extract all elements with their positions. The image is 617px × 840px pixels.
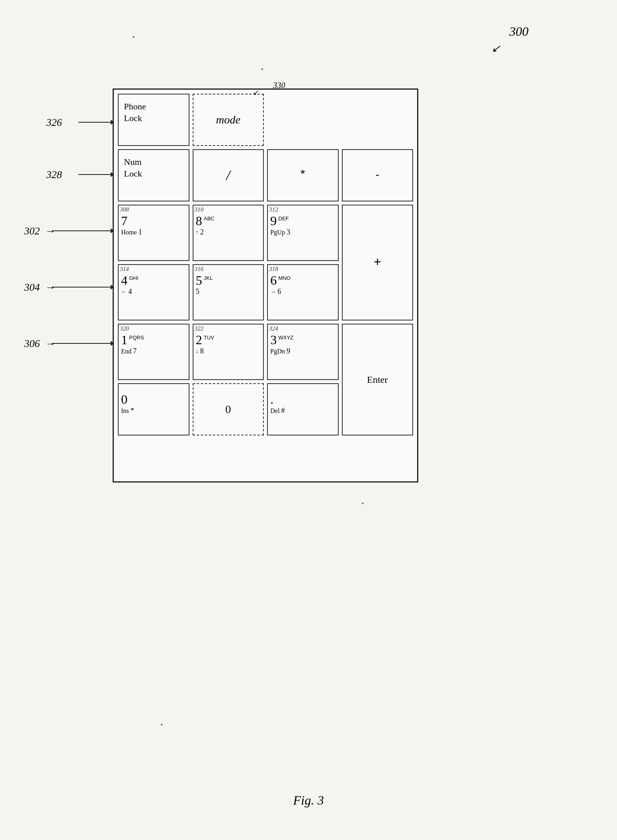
key-1-top: 1 PQRS bbox=[121, 333, 186, 346]
key-8-top: 8 ABC bbox=[196, 214, 261, 227]
key-7[interactable]: 308 7 Home 1 bbox=[118, 205, 189, 261]
empty-r1c3 bbox=[267, 94, 339, 146]
key-1[interactable]: 320 1 PQRS End 7 bbox=[118, 324, 189, 380]
key-0-mid-label: 0 bbox=[225, 403, 231, 416]
key-0-mid[interactable]: 0 bbox=[193, 383, 264, 435]
key-7-bottom: Home 1 bbox=[121, 228, 142, 236]
key-4-ref: 314 bbox=[120, 266, 129, 273]
key-1-ref: 320 bbox=[120, 325, 129, 332]
key-plus[interactable]: + bbox=[342, 205, 413, 320]
key-enter-label: Enter bbox=[367, 374, 388, 385]
key-8-ref: 310 bbox=[195, 206, 204, 213]
key-2[interactable]: 322 2 TUV ↓ 8 bbox=[193, 324, 264, 380]
key-minus[interactable]: - bbox=[342, 149, 413, 201]
key-5-bottom: 5 bbox=[196, 288, 199, 296]
arrow-326 bbox=[78, 122, 115, 123]
key-0-ins-bottom: Ins * bbox=[121, 407, 134, 415]
key-enter[interactable]: Enter bbox=[342, 324, 413, 435]
key-minus-symbol: - bbox=[374, 169, 380, 181]
decorative-dot bbox=[362, 503, 364, 504]
key-mode-label: mode bbox=[216, 113, 241, 126]
key-5-top: 5 JKL bbox=[196, 274, 261, 287]
key-slash[interactable]: / bbox=[193, 149, 264, 201]
label-306: 306 → bbox=[24, 338, 56, 350]
key-2-top: 2 TUV bbox=[196, 333, 261, 346]
keypad-grid: Phone Lock 330 ↙ mode Num Lock / * - bbox=[114, 90, 417, 481]
key-0-ins[interactable]: 0 Ins * bbox=[118, 383, 189, 435]
key-del-top: . bbox=[270, 393, 335, 406]
key-5[interactable]: 316 5 JKL 5 bbox=[193, 264, 264, 320]
key-5-ref: 316 bbox=[195, 266, 204, 273]
key-slash-symbol: / bbox=[226, 167, 230, 184]
decorative-dot bbox=[133, 36, 134, 38]
figure-caption: Fig. 3 bbox=[293, 793, 324, 808]
key-9-bottom: PgUp 3 bbox=[270, 228, 290, 236]
arrow-302 bbox=[52, 230, 115, 231]
empty-r1c4 bbox=[342, 94, 413, 146]
arrow-330: ↙ bbox=[253, 88, 259, 97]
key-9-top: 9 DEF bbox=[270, 214, 335, 227]
key-7-top: 7 bbox=[121, 214, 186, 227]
key-phone-lock-label: Phone Lock bbox=[124, 101, 146, 124]
key-2-ref: 322 bbox=[195, 325, 204, 332]
label-326: 326 bbox=[46, 117, 62, 129]
arrow-328 bbox=[78, 174, 115, 175]
label-302: 302 → bbox=[24, 225, 56, 237]
key-num-lock-label: Num Lock bbox=[124, 156, 142, 179]
key-9-ref: 312 bbox=[269, 206, 278, 213]
key-3-top: 3 WXYZ bbox=[270, 333, 335, 346]
key-6[interactable]: 318 6 MNO → 6 bbox=[267, 264, 339, 320]
key-9[interactable]: 312 9 DEF PgUp 3 bbox=[267, 205, 339, 261]
label-328: 328 bbox=[46, 169, 62, 181]
key-8-bottom: ↑ 2 bbox=[196, 228, 204, 236]
key-phone-lock[interactable]: Phone Lock bbox=[118, 94, 189, 146]
key-4-bottom: ← 4 bbox=[121, 288, 132, 296]
key-8[interactable]: 310 8 ABC ↑ 2 bbox=[193, 205, 264, 261]
key-num-lock[interactable]: Num Lock bbox=[118, 149, 189, 201]
arrow-306 bbox=[52, 343, 115, 344]
key-6-ref: 318 bbox=[269, 266, 278, 273]
key-0-ins-top: 0 bbox=[121, 393, 186, 406]
label-330: 330 bbox=[273, 81, 285, 90]
key-3-bottom: PgDn 9 bbox=[270, 347, 290, 355]
key-3-ref: 324 bbox=[269, 325, 278, 332]
key-4-top: 4 GHI bbox=[121, 274, 186, 287]
keypad-outer: Phone Lock 330 ↙ mode Num Lock / * - bbox=[113, 88, 418, 483]
key-3[interactable]: 324 3 WXYZ PgDn 9 bbox=[267, 324, 339, 380]
decorative-dot bbox=[161, 724, 162, 725]
key-4[interactable]: 314 4 GHI ← 4 bbox=[118, 264, 189, 320]
key-del[interactable]: . Del # bbox=[267, 383, 339, 435]
key-2-bottom: ↓ 8 bbox=[196, 347, 204, 355]
key-asterisk[interactable]: * bbox=[267, 149, 339, 201]
decorative-dot bbox=[261, 68, 263, 70]
arrow-304 bbox=[52, 287, 115, 288]
key-asterisk-symbol: * bbox=[299, 168, 306, 182]
key-6-bottom: → 6 bbox=[270, 288, 281, 296]
key-del-bottom: Del # bbox=[270, 407, 285, 415]
key-1-bottom: End 7 bbox=[121, 347, 137, 355]
key-mode[interactable]: 330 ↙ mode bbox=[193, 94, 264, 146]
figure-ref-number: 300 bbox=[509, 24, 529, 39]
key-6-top: 6 MNO bbox=[270, 274, 335, 287]
figure-ref-arrow: ↙ bbox=[492, 42, 500, 55]
key-plus-symbol: + bbox=[374, 255, 381, 270]
key-7-ref: 308 bbox=[120, 206, 129, 213]
label-304: 304 → bbox=[24, 281, 56, 294]
figure-ref-300: 300 bbox=[509, 24, 529, 39]
